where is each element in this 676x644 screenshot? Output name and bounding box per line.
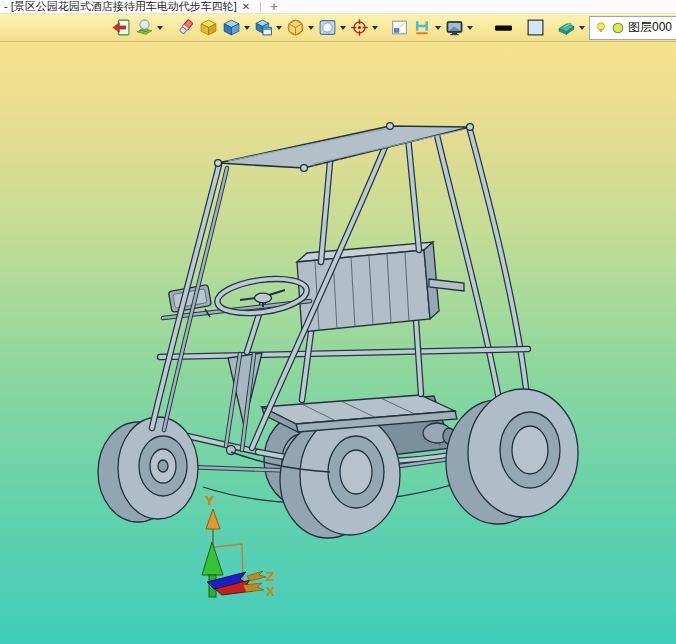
tab-separator <box>260 2 261 12</box>
exit-icon <box>112 18 131 37</box>
document-tab-title: - [景区公园花园式酒店接待用车电动代步车四轮] <box>4 0 237 14</box>
axis-triad: Y Z X <box>202 493 276 599</box>
dropdown-arrow-icon[interactable] <box>244 26 250 30</box>
layer-panel: 图层000 <box>589 16 676 40</box>
isometric-view-button[interactable] <box>199 18 218 37</box>
color-swatch-button[interactable] <box>526 18 545 37</box>
display-icon <box>445 18 464 37</box>
shaded-cube-icon <box>222 18 241 37</box>
axis-z-label: Z <box>266 570 275 584</box>
document-tab[interactable]: - [景区公园花园式酒店接待用车电动代步车四轮] ✕ <box>0 0 254 13</box>
mini-window-button[interactable] <box>390 18 409 37</box>
render-mode-button[interactable] <box>318 18 346 37</box>
main-toolbar: 图层000 <box>0 14 676 42</box>
orientation-target-icon <box>350 18 369 37</box>
visual-style-button[interactable] <box>557 18 585 37</box>
dropdown-arrow-icon[interactable] <box>579 26 585 30</box>
cube-window-button[interactable] <box>254 18 282 37</box>
color-swatch <box>526 18 545 37</box>
layer-color-icon[interactable] <box>611 21 625 35</box>
cart-model[interactable] <box>98 123 578 538</box>
layer-name[interactable]: 图层000 <box>628 19 672 36</box>
dropdown-arrow-icon[interactable] <box>308 26 314 30</box>
render-style-button[interactable] <box>135 18 163 37</box>
close-tab-icon[interactable]: ✕ <box>242 2 250 12</box>
eraser-icon <box>176 18 195 37</box>
dropdown-arrow-icon[interactable] <box>467 26 473 30</box>
line-width-button[interactable] <box>494 18 513 37</box>
dropdown-arrow-icon[interactable] <box>276 26 282 30</box>
dimension-icon <box>413 18 432 37</box>
wireframe-sphere-button[interactable] <box>286 18 314 37</box>
cube-window-icon <box>254 18 273 37</box>
tab-bar: - [景区公园花园式酒店接待用车电动代步车四轮] ✕ + <box>0 0 676 14</box>
shaded-cube-button[interactable] <box>222 18 250 37</box>
orientation-target-button[interactable] <box>350 18 378 37</box>
dimension-button[interactable] <box>413 18 441 37</box>
visual-style-icon <box>557 18 576 37</box>
new-tab-button[interactable]: + <box>270 2 278 12</box>
dropdown-arrow-icon[interactable] <box>435 26 441 30</box>
cad-window: - [景区公园花园式酒店接待用车电动代步车四轮] ✕ + <box>0 0 676 644</box>
dropdown-arrow-icon[interactable] <box>340 26 346 30</box>
3d-viewport[interactable]: Y Z X <box>0 42 676 644</box>
exit-button[interactable] <box>112 18 131 37</box>
render-mode-icon <box>318 18 337 37</box>
line-width-swatch <box>494 18 513 37</box>
eraser-button[interactable] <box>176 18 195 37</box>
display-button[interactable] <box>445 18 473 37</box>
render-style-icon <box>135 18 154 37</box>
dropdown-arrow-icon[interactable] <box>372 26 378 30</box>
axis-x-label: X <box>266 585 276 599</box>
layer-visibility-bulb-icon[interactable] <box>594 21 608 35</box>
axis-y-arrow-icon <box>206 509 220 529</box>
viewport-canvas[interactable]: Y Z X <box>0 42 676 644</box>
dropdown-arrow-icon[interactable] <box>157 26 163 30</box>
z-label-arrow-icon <box>247 571 266 581</box>
axis-y-label: Y <box>204 493 215 508</box>
mini-window-icon <box>390 18 409 37</box>
wireframe-sphere-icon <box>286 18 305 37</box>
isometric-view-icon <box>199 18 218 37</box>
